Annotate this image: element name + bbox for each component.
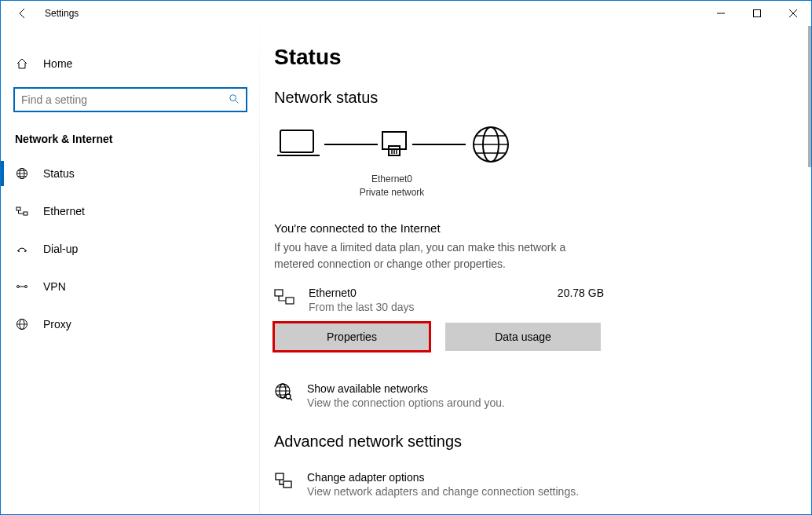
svg-rect-0 [754,10,761,17]
sidebar-item-label: Status [43,167,75,180]
network-diagram [277,122,811,166]
globe-search-icon [274,382,293,401]
adapter-sub: From the last 30 days [309,301,543,313]
svg-point-6 [18,250,20,252]
properties-button[interactable]: Properties [274,323,430,351]
change-adapter-options[interactable]: Change adapter options View network adap… [274,471,811,498]
window-title: Settings [45,8,79,19]
adapter-options-title: Change adapter options [307,471,579,484]
diagram-labels: Ethernet0 Private network [274,173,510,199]
svg-rect-22 [276,473,283,480]
ethernet-icon [15,204,29,218]
sidebar-item-label: VPN [43,280,66,293]
available-title: Show available networks [307,382,505,395]
minimize-icon [717,9,725,17]
arrow-left-icon [16,7,29,20]
proxy-icon [15,317,29,331]
sidebar-item-label: Dial-up [43,243,78,255]
scrollbar[interactable] [808,26,811,167]
diagram-adapter-name: Ethernet0 [274,173,510,186]
sidebar-item-proxy[interactable]: Proxy [1,305,260,343]
svg-rect-23 [283,481,291,488]
svg-point-9 [25,286,27,288]
svg-rect-12 [280,130,313,152]
adapter-options-sub: View network adapters and change connect… [307,485,579,498]
adapter-options-icon [274,471,293,490]
globe-icon [15,166,29,181]
sidebar-item-label: Proxy [43,318,71,331]
vpn-icon [15,279,29,294]
diagram-network-type: Private network [274,186,510,199]
available-sub: View the connection options around you. [307,396,505,409]
section-advanced: Advanced network settings [274,433,811,451]
maximize-button[interactable] [739,1,775,26]
svg-rect-18 [286,298,294,304]
close-button[interactable] [775,1,811,26]
adapter-row: Ethernet0 From the last 30 days 20.78 GB [274,287,604,313]
home-icon [15,57,29,71]
sidebar-item-label: Ethernet [43,205,85,217]
main-content: Status Network status Eth [260,26,811,515]
svg-point-1 [230,94,236,100]
home-nav[interactable]: Home [1,48,260,79]
sidebar-item-vpn[interactable]: VPN [1,268,260,305]
search-icon [229,93,240,107]
search-placeholder: Find a setting [21,93,87,106]
svg-point-7 [24,250,26,252]
minimize-button[interactable] [703,1,739,26]
svg-rect-5 [24,212,27,215]
close-icon [789,9,797,17]
svg-rect-17 [275,290,283,296]
connected-subtitle: If you have a limited data plan, you can… [274,239,604,272]
dialup-icon [15,242,29,256]
data-usage-button[interactable]: Data usage [445,323,601,351]
show-available-networks[interactable]: Show available networks View the connect… [274,382,811,409]
sidebar-item-ethernet[interactable]: Ethernet [1,192,260,230]
sidebar-item-dialup[interactable]: Dial-up [1,230,260,268]
sidebar: Home Find a setting Network & Internet S… [1,26,260,515]
adapter-name: Ethernet0 [309,287,543,299]
maximize-icon [753,9,761,17]
connected-title: You're connected to the Internet [274,221,811,235]
page-title: Status [274,45,811,70]
back-button[interactable] [7,1,38,26]
svg-rect-4 [16,207,20,210]
search-input[interactable]: Find a setting [13,87,247,112]
section-network-status: Network status [274,89,811,107]
svg-point-8 [17,286,20,288]
home-label: Home [43,57,72,70]
sidebar-group-title: Network & Internet [1,119,260,155]
adapter-usage: 20.78 GB [558,287,604,299]
sidebar-item-status[interactable]: Status [1,155,260,192]
adapter-icon [274,287,294,307]
